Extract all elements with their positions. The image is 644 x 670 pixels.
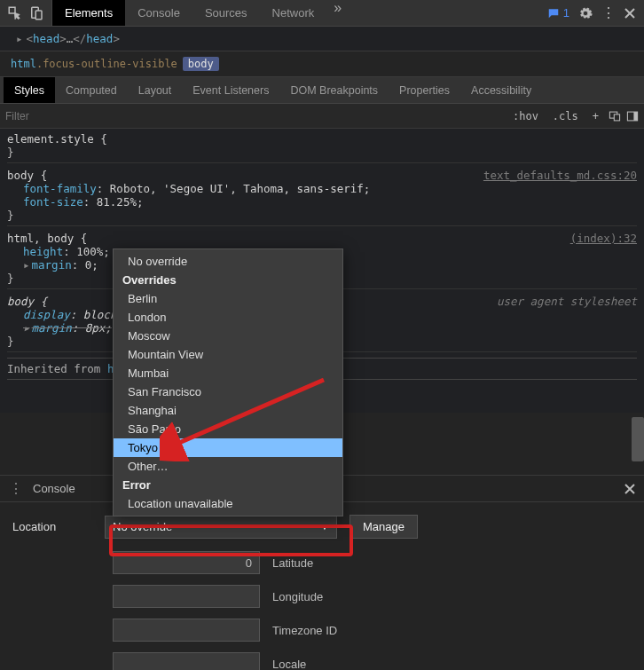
dd-loc-unavailable[interactable]: Location unavailable: [114, 494, 342, 513]
ptab-dom-bp[interactable]: DOM Breakpoints: [279, 77, 389, 103]
location-dropdown[interactable]: No override Overrides Berlin London Mosc…: [113, 248, 343, 516]
dd-no-override[interactable]: No override: [114, 252, 342, 271]
dd-city[interactable]: San Francisco: [114, 382, 342, 401]
ptab-styles[interactable]: Styles: [4, 77, 55, 103]
dd-city[interactable]: Berlin: [114, 289, 342, 308]
ptab-computed[interactable]: Computed: [55, 77, 128, 103]
ptab-properties[interactable]: Properties: [389, 77, 460, 103]
timezone-label: Timezone ID: [272, 624, 337, 637]
sensors-panel: Location No override ▼ Manage Latitude L…: [0, 502, 644, 670]
locale-input[interactable]: [113, 652, 260, 670]
tabs-overflow-icon[interactable]: »: [326, 0, 349, 26]
scrollbar[interactable]: [632, 417, 644, 461]
styles-pane-tabs: Styles Computed Layout Event Listeners D…: [0, 77, 644, 104]
device-toolbar-icon[interactable]: [609, 110, 621, 122]
tab-console[interactable]: Console: [125, 0, 192, 26]
device-icon[interactable]: [28, 5, 44, 21]
issues-badge[interactable]: 1: [547, 6, 569, 20]
dd-city-tokyo[interactable]: Tokyo: [114, 438, 342, 457]
close-icon[interactable]: [624, 8, 635, 19]
main-tabs: Elements Console Sources Network »: [52, 0, 538, 26]
svg-rect-3: [614, 114, 619, 120]
tab-network[interactable]: Network: [260, 0, 327, 26]
ptab-accessibility[interactable]: Accessibility: [460, 77, 542, 103]
location-select[interactable]: No override ▼: [105, 516, 337, 539]
hov-button[interactable]: :hov: [508, 108, 543, 124]
dd-city[interactable]: São Paulo: [114, 420, 342, 438]
dd-header-error: Error: [114, 476, 342, 494]
timezone-input[interactable]: [113, 619, 260, 642]
latitude-label: Latitude: [272, 556, 313, 570]
ptab-layout[interactable]: Layout: [128, 77, 183, 103]
tab-elements[interactable]: Elements: [52, 0, 125, 26]
message-icon: [547, 7, 560, 20]
kebab-icon[interactable]: ⋮: [601, 4, 616, 21]
tab-sources[interactable]: Sources: [192, 0, 260, 26]
gear-icon[interactable]: [578, 6, 593, 20]
crumb-body[interactable]: body: [183, 57, 219, 71]
dd-other[interactable]: Other…: [114, 457, 342, 476]
expand-icon[interactable]: ▸: [16, 32, 23, 45]
svg-rect-5: [633, 112, 637, 121]
panel-dock-icon[interactable]: [626, 110, 639, 122]
chevron-down-icon: ▼: [320, 522, 329, 532]
breadcrumb[interactable]: html.focus-outline-visible body: [0, 51, 644, 77]
dd-city[interactable]: Shanghai: [114, 401, 342, 420]
drawer-close-icon[interactable]: [624, 484, 635, 494]
inspect-icon[interactable]: [7, 5, 23, 21]
locale-label: Locale: [272, 658, 306, 671]
location-label: Location: [12, 520, 92, 533]
cls-button[interactable]: .cls: [548, 108, 583, 124]
drawer-tab-console[interactable]: Console: [33, 482, 75, 495]
new-rule-button[interactable]: +: [588, 108, 603, 124]
styles-filter-input[interactable]: [5, 110, 508, 122]
longitude-label: Longitude: [272, 590, 323, 603]
source-link[interactable]: (index):32: [570, 232, 637, 245]
dd-city[interactable]: Mountain View: [114, 345, 342, 364]
dom-tree[interactable]: ▸<head>…</head>: [0, 27, 644, 51]
drawer-kebab-icon[interactable]: ⋮: [9, 480, 24, 497]
source-link[interactable]: text_defaults_md.css:20: [483, 169, 637, 182]
manage-button[interactable]: Manage: [349, 515, 418, 539]
latitude-input[interactable]: [113, 551, 260, 574]
dd-header-overrides: Overrides: [114, 271, 342, 289]
dd-city[interactable]: Moscow: [114, 327, 342, 345]
ptab-listeners[interactable]: Event Listeners: [182, 77, 279, 103]
svg-rect-1: [35, 11, 42, 20]
dd-city[interactable]: London: [114, 308, 342, 327]
dd-city[interactable]: Mumbai: [114, 364, 342, 382]
longitude-input[interactable]: [113, 585, 260, 608]
